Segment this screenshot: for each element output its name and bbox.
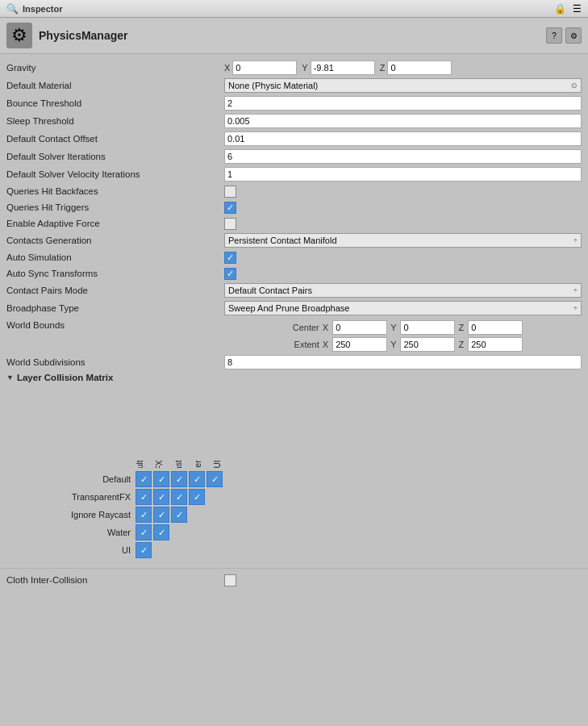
checkmark: ✓ [140,492,148,503]
settings-button[interactable]: ⚙ [565,27,582,44]
matrix-cell-raycast-1[interactable]: ✓ [153,507,169,523]
center-z-input[interactable] [468,320,523,335]
help-button[interactable]: ? [546,27,562,44]
layer-collision-section-header[interactable]: ▼ Layer Collision Matrix [0,371,588,384]
enable-adaptive-force-checkbox[interactable] [224,218,236,230]
header-buttons: ? ⚙ [546,27,582,44]
matrix-row-label-ui: UI [6,545,136,555]
matrix-cell-water-0[interactable]: ✓ [136,524,152,540]
matrix-row-ui: UI ✓ [6,542,582,558]
layer-collision-section-label: Layer Collision Matrix [17,373,114,382]
auto-sync-transforms-checkbox[interactable]: ✓ [224,268,236,280]
checkmark: ✓ [140,545,148,556]
broadphase-type-dropdown-text: Sweep And Prune Broadphase [228,303,573,313]
lock-icon[interactable]: 🔒 [554,3,566,15]
matrix-row-default: Default ✓ ✓ ✓ ✓ ✓ [6,471,582,487]
matrix-cell-transparentfx-2[interactable]: ✓ [171,489,187,505]
gravity-xyz: X Y Z [224,60,452,75]
component-icon: ⚙ [6,23,32,48]
extent-z-label: Z [458,340,464,349]
checkmark-icon: ✓ [227,269,234,279]
contacts-generation-dropdown[interactable]: Persistent Contact Manifold ÷ [224,233,582,248]
world-subdivisions-value [224,355,582,369]
matrix-cell-transparentfx-1[interactable]: ✓ [153,489,169,505]
matrix-row-ignore-raycast: Ignore Raycast ✓ ✓ ✓ [6,507,582,523]
checkmark: ✓ [140,510,148,520]
matrix-cell-default-0[interactable]: ✓ [136,471,152,487]
checkmark: ✓ [158,474,165,485]
checkmark: ✓ [176,492,183,503]
world-bounds-label: World Bounds [6,320,224,330]
auto-simulation-checkbox[interactable]: ✓ [224,252,236,264]
world-bounds-section: World Bounds Center X Y Z Extent X [0,317,588,353]
contacts-generation-label: Contacts Generation [6,236,224,245]
gravity-z-label: Z [380,63,386,73]
contact-pairs-mode-dropdown[interactable]: Default Contact Pairs ÷ [224,283,582,298]
col-label-ui: UI [213,387,231,468]
queries-hit-backfaces-checkbox[interactable] [224,186,236,198]
matrix-cell-water-1[interactable]: ✓ [153,524,169,540]
col-label-transparentfx: TransparentFX [155,387,173,468]
matrix-cell-default-3[interactable]: ✓ [189,471,205,487]
bounce-threshold-input[interactable] [224,96,582,111]
default-solver-iterations-input[interactable] [224,149,582,164]
menu-icon[interactable]: ☰ [573,3,582,15]
default-solver-iterations-label: Default Solver Iterations [6,152,224,161]
default-solver-velocity-field: Default Solver Velocity Iterations [0,165,588,183]
gravity-field: Gravity X Y Z [0,59,588,77]
extent-x-input[interactable] [332,337,387,352]
checkmark-icon: ✓ [227,252,234,263]
matrix-cell-default-2[interactable]: ✓ [171,471,187,487]
component-header: ⚙ PhysicsManager ? ⚙ [0,18,588,54]
contact-pairs-mode-label: Contact Pairs Mode [6,286,224,295]
matrix-cell-default-1[interactable]: ✓ [153,471,169,487]
col-label-ignore-raycast: Ignore Raycast [174,387,192,468]
matrix-row-transparentfx: TransparentFX ✓ ✓ ✓ ✓ [6,489,582,505]
checkmark: ✓ [194,474,201,485]
matrix-row-label-default: Default [6,474,136,484]
center-y-label: Y [390,323,396,332]
gravity-y-input[interactable] [311,60,375,75]
center-x-input[interactable] [332,320,387,335]
center-y-input[interactable] [400,320,455,335]
enable-adaptive-force-value [224,218,582,230]
queries-hit-triggers-label: Queries Hit Triggers [6,202,224,212]
broadphase-type-label: Broadphase Type [6,303,224,313]
bounce-threshold-label: Bounce Threshold [6,98,224,108]
broadphase-type-dropdown[interactable]: Sweep And Prune Broadphase ÷ [224,301,582,315]
divider [0,568,588,569]
contacts-generation-field: Contacts Generation Persistent Contact M… [0,232,588,249]
matrix-row-label-water: Water [6,528,136,537]
matrix-cell-transparentfx-3[interactable]: ✓ [189,489,205,505]
default-contact-offset-input[interactable] [224,131,582,146]
default-solver-velocity-input[interactable] [224,167,582,182]
default-solver-iterations-value [224,149,582,164]
gravity-value: X Y Z [224,60,582,75]
queries-hit-triggers-checkbox[interactable]: ✓ [224,202,236,214]
world-subdivisions-field: World Subdivisions [0,353,588,371]
matrix-cell-default-4[interactable]: ✓ [206,471,223,487]
col-label-water: Water [194,387,211,468]
default-material-dropdown[interactable]: None (Physic Material) ⊙ [224,78,582,93]
world-bounds-value: Center X Y Z Extent X Y Z [224,320,582,352]
world-subdivisions-input[interactable] [224,355,582,369]
dropdown-arrow-icon: ⊙ [571,81,578,90]
matrix-rows-container: Default ✓ ✓ ✓ ✓ ✓ TransparentFX ✓ ✓ [6,471,582,558]
cloth-inter-collision-value [224,574,582,586]
gravity-z-input[interactable] [387,60,452,75]
gravity-x-input[interactable] [232,60,297,75]
matrix-cell-ui-0[interactable]: ✓ [136,542,152,558]
default-contact-offset-value [224,131,582,146]
auto-simulation-label: Auto Simulation [6,252,224,262]
matrix-cell-transparentfx-0[interactable]: ✓ [136,489,152,505]
extent-y-input[interactable] [400,337,455,352]
checkmark-icon: ✓ [227,202,234,213]
matrix-cell-raycast-0[interactable]: ✓ [136,507,152,523]
default-contact-offset-field: Default Contact Offset [0,130,588,148]
sleep-threshold-input[interactable] [224,114,582,128]
sleep-threshold-label: Sleep Threshold [6,116,224,126]
extent-z-input[interactable] [468,337,523,352]
auto-simulation-value: ✓ [224,252,582,264]
matrix-cell-raycast-2[interactable]: ✓ [171,507,187,523]
cloth-inter-collision-checkbox[interactable] [224,574,236,586]
